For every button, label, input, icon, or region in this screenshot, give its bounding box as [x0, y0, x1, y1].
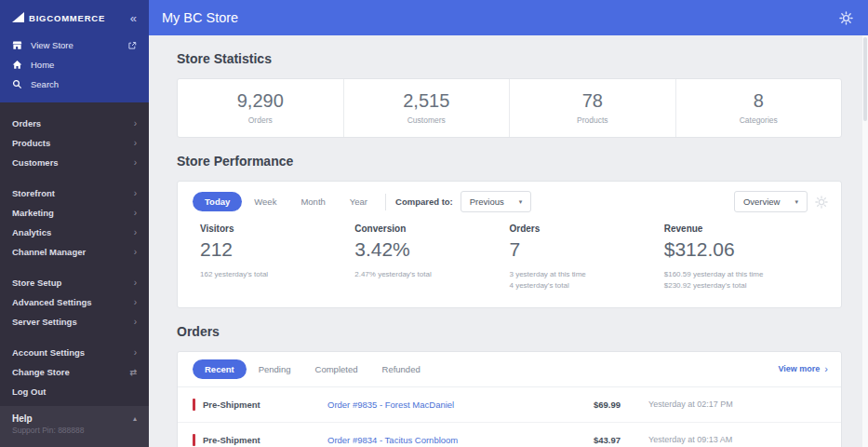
stat-orders: 9,290 Orders	[178, 79, 343, 137]
chevron-right-icon: ›	[134, 247, 137, 257]
metric-sub	[354, 280, 509, 291]
orders-card: Recent Pending Completed Refunded View m…	[177, 351, 842, 447]
order-status: Pre-Shipment	[193, 434, 327, 446]
sidebar-item-home[interactable]: Home	[0, 55, 149, 74]
nav-label: Log Out	[12, 386, 46, 397]
chevron-right-icon: ›	[134, 157, 137, 168]
sidebar-item-advanced-settings[interactable]: Advanced Settings›	[0, 292, 149, 312]
external-link-icon[interactable]	[127, 41, 137, 50]
tab-year[interactable]: Year	[338, 192, 380, 211]
compared-to-select[interactable]: Previous ▾	[461, 191, 531, 212]
order-time: Yesterday at 02:17 PM	[621, 400, 826, 409]
sidebar-top-section: BIGCOMMERCE « View Store Home	[0, 0, 149, 102]
metric-value: 212	[200, 238, 354, 261]
scrollbar-thumb[interactable]	[863, 37, 867, 121]
nav-group-settings: Store Setup› Advanced Settings› Server S…	[0, 273, 149, 332]
table-row: Pre-Shipment Order #9834 - Tacitus Cornb…	[178, 422, 841, 447]
chevron-right-icon: ›	[134, 297, 137, 307]
stat-products: 78 Products	[509, 79, 675, 137]
main-content: Store Statistics 9,290 Orders 2,515 Cust…	[149, 35, 868, 447]
nav-label: Channel Manager	[12, 247, 86, 257]
home-icon	[12, 60, 22, 70]
tab-week[interactable]: Week	[242, 192, 288, 211]
order-time: Yesterday at 09:13 AM	[621, 435, 826, 444]
metric-label: Visitors	[200, 224, 354, 234]
store-performance-heading: Store Performance	[177, 154, 842, 169]
sidebar-item-products[interactable]: Products›	[0, 133, 149, 153]
nav-label: Change Store	[12, 367, 70, 377]
sidebar-item-log-out[interactable]: Log Out	[0, 382, 149, 401]
order-total: $69.99	[551, 400, 621, 410]
chevron-right-icon: ›	[134, 278, 137, 288]
sidebar-item-account-settings[interactable]: Account Settings›	[0, 343, 149, 362]
store-statistics-card: 9,290 Orders 2,515 Customers 78 Products…	[177, 78, 842, 138]
sidebar-item-orders[interactable]: Orders›	[0, 114, 149, 133]
overview-value: Overview	[743, 196, 781, 207]
sidebar-item-store-setup[interactable]: Store Setup›	[0, 273, 149, 292]
nav-group-storefront: Storefront› Marketing› Analytics› Channe…	[0, 183, 149, 262]
swap-icon: ⇄	[129, 368, 137, 377]
nav-label: Server Settings	[12, 317, 77, 327]
header: My BC Store	[149, 0, 868, 35]
metric-sub: 162 yesterday's total	[200, 269, 354, 280]
metric-label: Revenue	[664, 224, 819, 234]
caret-down-icon: ▾	[519, 198, 523, 206]
overview-select[interactable]: Overview ▾	[734, 191, 808, 212]
tab-refunded[interactable]: Refunded	[370, 359, 433, 379]
stat-customers: 2,515 Customers	[343, 79, 510, 137]
view-more-link[interactable]: View more ›	[778, 363, 828, 374]
metric-label: Conversion	[354, 224, 509, 234]
nav-label: Customers	[12, 157, 59, 168]
chevron-right-icon: ›	[134, 317, 137, 327]
divider	[385, 194, 386, 210]
scrollbar[interactable]	[862, 35, 868, 447]
metric-sub: 2.47% yesterday's total	[354, 269, 509, 280]
help-panel[interactable]: Help ▴ Support Pin: 888888	[0, 406, 149, 447]
tab-recent[interactable]: Recent	[193, 359, 247, 379]
home-label: Home	[31, 60, 54, 70]
caret-down-icon: ▾	[795, 198, 798, 206]
order-link[interactable]: Order #9835 - Forest MacDaniel	[327, 400, 551, 410]
stat-categories: 8 Categories	[675, 79, 842, 137]
order-status: Pre-Shipment	[193, 399, 327, 411]
sidebar: BIGCOMMERCE « View Store Home	[0, 0, 149, 447]
metric-sub: 3 yesterday at this time	[510, 269, 664, 280]
sidebar-item-customers[interactable]: Customers›	[0, 153, 149, 172]
tab-completed[interactable]: Completed	[303, 359, 370, 379]
status-label: Pre-Shipment	[203, 400, 260, 410]
sidebar-item-view-store[interactable]: View Store	[0, 35, 149, 55]
sidebar-item-storefront[interactable]: Storefront›	[0, 183, 149, 203]
sidebar-item-marketing[interactable]: Marketing›	[0, 203, 149, 223]
tab-month[interactable]: Month	[288, 192, 337, 211]
sidebar-item-search[interactable]: Search	[0, 74, 149, 94]
metric-sub	[200, 280, 354, 291]
metric-label: Orders	[510, 224, 664, 234]
nav-label: Orders	[12, 118, 41, 129]
order-link[interactable]: Order #9834 - Tacitus Cornbloom	[327, 435, 551, 445]
metric-sub: $230.92 yesterday's total	[664, 280, 819, 291]
bigcommerce-sail-icon	[12, 12, 25, 23]
sidebar-item-channel-manager[interactable]: Channel Manager›	[0, 242, 149, 262]
orders-heading: Orders	[177, 324, 842, 339]
chevron-right-icon: ›	[134, 188, 137, 198]
view-store-label: View Store	[31, 40, 73, 50]
help-title: Help	[12, 413, 33, 424]
settings-gear-icon[interactable]	[839, 11, 853, 25]
store-statistics-heading: Store Statistics	[177, 51, 842, 66]
status-bar	[193, 399, 195, 411]
compared-to-label: Compared to:	[395, 196, 453, 207]
status-bar	[193, 434, 195, 446]
sidebar-item-analytics[interactable]: Analytics›	[0, 223, 149, 242]
metric-visitors: Visitors 212 162 yesterday's total	[200, 224, 354, 292]
sidebar-item-change-store[interactable]: Change Store⇄	[0, 362, 149, 382]
tab-pending[interactable]: Pending	[247, 359, 303, 379]
tab-today[interactable]: Today	[193, 192, 242, 211]
stat-label: Products	[510, 115, 675, 125]
chevron-right-icon: ›	[134, 347, 137, 358]
support-pin: Support Pin: 888888	[12, 426, 137, 435]
bigcommerce-logo: BIGCOMMERCE	[12, 12, 105, 23]
performance-gear-icon[interactable]	[815, 196, 828, 209]
sidebar-item-server-settings[interactable]: Server Settings›	[0, 312, 149, 332]
metric-revenue: Revenue $312.06 $160.59 yesterday at thi…	[664, 224, 819, 292]
sidebar-collapse-icon[interactable]: «	[130, 12, 137, 24]
